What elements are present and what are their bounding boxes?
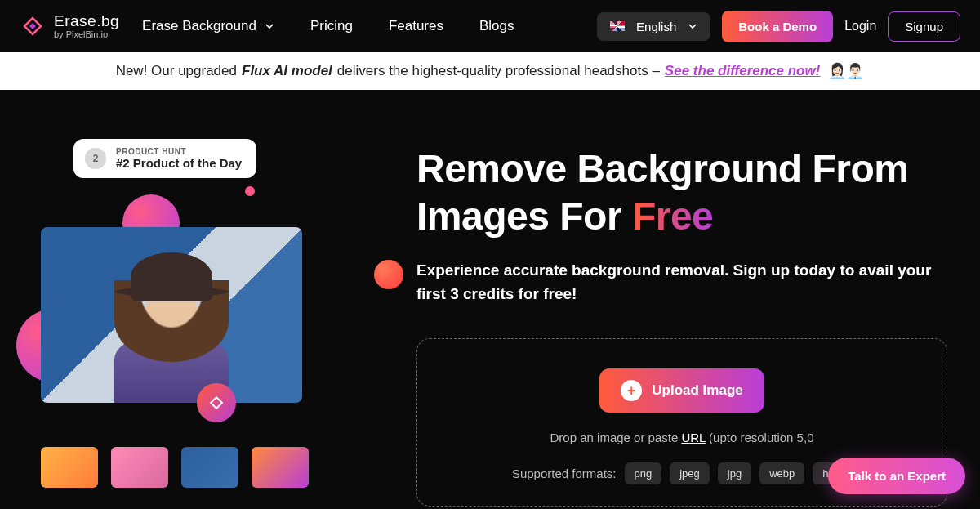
banner-prefix: New! Our upgraded xyxy=(116,63,237,79)
login-link[interactable]: Login xyxy=(844,19,876,33)
decorative-circle-icon xyxy=(374,260,403,289)
headline-free: Free xyxy=(632,194,713,238)
format-chip: webp xyxy=(760,462,804,484)
hero-section: 2 PRODUCT HUNT #2 Product of the Day xyxy=(0,90,980,507)
banner-model: Flux AI model xyxy=(242,63,332,79)
ph-label: PRODUCT HUNT xyxy=(116,147,242,156)
signup-button[interactable]: Signup xyxy=(888,11,960,42)
decorative-dot-icon xyxy=(245,186,255,196)
nav-blogs[interactable]: Blogs xyxy=(479,18,514,34)
book-demo-button[interactable]: Book a Demo xyxy=(722,11,833,42)
format-chip: jpeg xyxy=(670,462,710,484)
uk-flag-icon xyxy=(610,21,625,31)
format-chip: png xyxy=(625,462,662,484)
nav-pricing[interactable]: Pricing xyxy=(310,18,353,34)
hero-content: Remove Background From Images For Free E… xyxy=(416,139,947,507)
chevron-down-icon xyxy=(265,21,274,31)
language-label: English xyxy=(636,20,676,33)
erase-bg-logo-icon xyxy=(20,13,46,39)
thumbnail[interactable] xyxy=(181,447,238,488)
person-illustration xyxy=(106,248,237,403)
thumbnail[interactable] xyxy=(252,447,309,488)
talk-to-expert-button[interactable]: Talk to an Expert xyxy=(828,458,965,494)
paste-url-link[interactable]: URL xyxy=(681,431,705,444)
formats-label: Supported formats: xyxy=(512,467,617,480)
hero-headline: Remove Background From Images For Free xyxy=(416,145,947,239)
header: Erase.bg by PixelBin.io Erase Background… xyxy=(0,0,980,52)
main-nav: Erase Background Pricing Features Blogs xyxy=(142,18,514,34)
language-selector[interactable]: English xyxy=(597,12,710,41)
medal-icon: 2 xyxy=(85,148,106,169)
thumbnail[interactable] xyxy=(111,447,168,488)
hero-subheading: Experience accurate background removal. … xyxy=(416,259,947,306)
ph-title: #2 Product of the Day xyxy=(116,156,242,170)
hero-visual: 2 PRODUCT HUNT #2 Product of the Day xyxy=(33,139,392,507)
erase-bg-badge-icon xyxy=(197,383,236,422)
sample-image-preview xyxy=(41,227,302,403)
format-chip: jpg xyxy=(718,462,751,484)
sample-thumbnails xyxy=(41,447,392,488)
product-hunt-badge[interactable]: 2 PRODUCT HUNT #2 Product of the Day xyxy=(74,139,256,178)
thumbnail[interactable] xyxy=(41,447,98,488)
logo[interactable]: Erase.bg by PixelBin.io xyxy=(20,13,119,40)
logo-subtitle: by PixelBin.io xyxy=(54,29,119,39)
nav-erase-background-label: Erase Background xyxy=(142,18,256,34)
headshot-emoji-icon: 👩🏻‍💼👨🏻‍💼 xyxy=(828,62,864,80)
banner-cta-link[interactable]: See the difference now! xyxy=(665,63,821,79)
plus-icon: + xyxy=(621,380,642,401)
nav-erase-background[interactable]: Erase Background xyxy=(142,18,274,34)
nav-features[interactable]: Features xyxy=(389,18,443,34)
logo-title: Erase.bg xyxy=(54,13,119,30)
upload-button-label: Upload Image xyxy=(652,382,742,399)
banner-middle: delivers the highest-quality professiona… xyxy=(337,63,660,79)
drop-instruction: Drop an image or paste URL (upto resolut… xyxy=(434,431,930,444)
upload-image-button[interactable]: + Upload Image xyxy=(599,368,764,413)
announcement-banner: New! Our upgraded Flux AI model delivers… xyxy=(0,52,980,90)
chevron-down-icon xyxy=(688,21,697,31)
